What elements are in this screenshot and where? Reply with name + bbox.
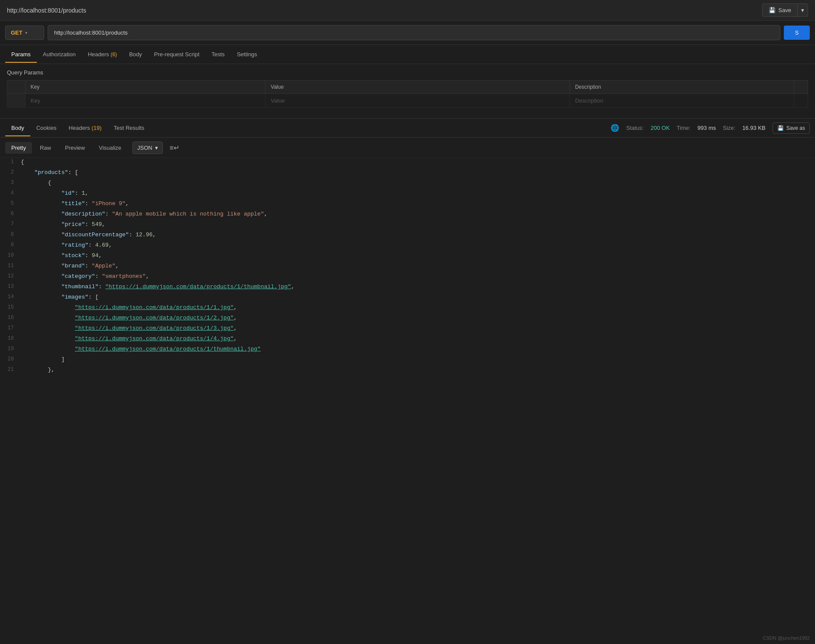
tab-authorization[interactable]: Authorization	[37, 47, 82, 63]
code-line-2: 2 "products": [	[0, 168, 815, 179]
code-line-6: 6 "description": "An apple mobile which …	[0, 210, 815, 220]
view-preview-button[interactable]: Preview	[59, 142, 91, 154]
response-tab-body[interactable]: Body	[5, 120, 30, 136]
wrap-button[interactable]: ≡↵	[168, 141, 181, 154]
wrap-icon: ≡↵	[170, 144, 179, 152]
save-chevron-button[interactable]: ▾	[798, 4, 808, 16]
code-line-7: 7 "price": 549,	[0, 220, 815, 231]
value-header: Value	[265, 80, 570, 94]
row-extra	[794, 94, 808, 108]
code-line-15: 15 "https://i.dummyjson.com/data/product…	[0, 303, 815, 314]
time-value: 993 ms	[698, 125, 716, 131]
url-bar: GET ▾ S	[0, 21, 815, 45]
time-label: Time:	[677, 125, 691, 131]
key-header: Key	[25, 80, 265, 94]
chevron-down-icon: ▾	[801, 7, 804, 13]
response-meta: 🌐 Status: 200 OK Time: 993 ms Size: 16.9…	[611, 122, 810, 134]
response-section: Body Cookies Headers (19) Test Results 🌐…	[0, 118, 815, 376]
method-chevron-icon: ▾	[25, 30, 27, 35]
code-line-21: 21 },	[0, 366, 815, 376]
query-params-section: Query Params Key Value Description	[0, 64, 815, 108]
save-button[interactable]: 💾 Save	[763, 4, 797, 16]
save-button-group: 💾 Save ▾	[762, 3, 808, 17]
view-bar: Pretty Raw Preview Visualize JSON ▾ ≡↵	[0, 138, 815, 158]
extra-header	[794, 80, 808, 94]
code-line-17: 17 "https://i.dummyjson.com/data/product…	[0, 324, 815, 335]
code-line-4: 4 "id": 1,	[0, 189, 815, 200]
row-value[interactable]: Value	[265, 94, 570, 108]
row-description[interactable]: Description	[569, 94, 794, 108]
title-bar: http://localhost:8001/products 💾 Save ▾	[0, 0, 815, 21]
watermark: CSDN @junchen1992	[763, 635, 810, 641]
checkbox-header	[7, 80, 26, 94]
tab-prerequest[interactable]: Pre-request Script	[148, 47, 206, 63]
response-tabs-bar: Body Cookies Headers (19) Test Results 🌐…	[0, 119, 815, 138]
row-key[interactable]: Key	[25, 94, 265, 108]
code-line-19: 19 "https://i.dummyjson.com/data/product…	[0, 345, 815, 355]
code-line-13: 13 "thumbnail": "https://i.dummyjson.com…	[0, 283, 815, 293]
method-select[interactable]: GET ▾	[5, 26, 44, 40]
view-visualize-button[interactable]: Visualize	[93, 142, 127, 154]
tab-settings[interactable]: Settings	[231, 47, 263, 63]
tab-tests[interactable]: Tests	[206, 47, 231, 63]
size-value: 16.93 KB	[742, 125, 766, 131]
code-line-1: 1 {	[0, 158, 815, 168]
code-line-14: 14 "images": [	[0, 293, 815, 303]
code-area: 1 { 2 "products": [ 3 { 4 "id": 1, 5 "ti…	[0, 158, 815, 376]
url-input[interactable]	[48, 25, 780, 40]
response-tab-headers[interactable]: Headers (19)	[63, 120, 108, 136]
globe-icon: 🌐	[611, 124, 619, 132]
code-line-18: 18 "https://i.dummyjson.com/data/product…	[0, 335, 815, 345]
table-row: Key Value Description	[7, 94, 808, 108]
params-table: Key Value Description Key Value	[7, 80, 808, 108]
page-title: http://localhost:8001/products	[7, 7, 86, 14]
code-line-9: 9 "rating": 4.69,	[0, 241, 815, 251]
code-line-16: 16 "https://i.dummyjson.com/data/product…	[0, 314, 815, 324]
format-select[interactable]: JSON ▾	[133, 142, 163, 154]
code-line-8: 8 "discountPercentage": 12.96,	[0, 231, 815, 241]
row-checkbox[interactable]	[7, 94, 26, 108]
send-button[interactable]: S	[784, 26, 810, 40]
code-line-5: 5 "title": "iPhone 9",	[0, 200, 815, 210]
save-as-button[interactable]: 💾 Save as	[773, 122, 810, 134]
tab-headers[interactable]: Headers (6)	[82, 47, 123, 63]
save-icon: 💾	[769, 7, 776, 13]
query-params-label: Query Params	[7, 69, 808, 76]
method-label: GET	[11, 29, 23, 36]
code-line-3: 3 {	[0, 179, 815, 189]
format-chevron-icon: ▾	[155, 145, 158, 151]
code-line-12: 12 "category": "smartphones",	[0, 272, 815, 283]
description-header: Description	[569, 80, 794, 94]
status-label: Status:	[626, 125, 644, 131]
save-as-icon: 💾	[777, 125, 784, 131]
code-line-10: 10 "stock": 94,	[0, 251, 815, 262]
code-line-11: 11 "brand": "Apple",	[0, 262, 815, 272]
response-tab-cookies[interactable]: Cookies	[30, 120, 63, 136]
view-pretty-button[interactable]: Pretty	[5, 142, 32, 154]
tab-params[interactable]: Params	[5, 47, 37, 63]
tab-body[interactable]: Body	[123, 47, 148, 63]
status-value: 200 OK	[650, 125, 669, 131]
request-tabs: Params Authorization Headers (6) Body Pr…	[0, 45, 815, 64]
response-tab-test-results[interactable]: Test Results	[108, 120, 151, 136]
code-line-20: 20 ]	[0, 355, 815, 366]
view-raw-button[interactable]: Raw	[34, 142, 57, 154]
size-label: Size:	[723, 125, 735, 131]
